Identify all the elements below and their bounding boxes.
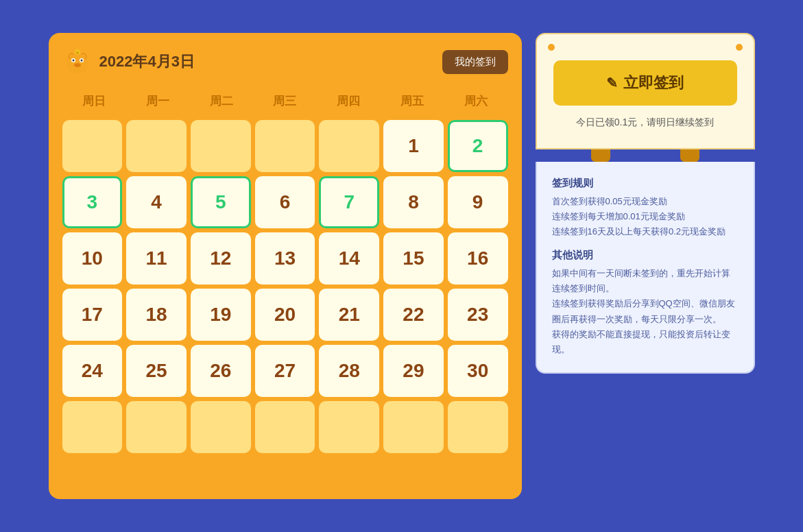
- mascot-icon: ¥: [62, 47, 93, 77]
- day-cell[interactable]: 21: [319, 289, 379, 341]
- rules-section2-text: 如果中间有一天间断未签到的，重先开始计算连续签到时间。连续签到获得奖励后分享到Q…: [552, 266, 739, 357]
- day-cell[interactable]: 27: [255, 345, 315, 397]
- rules-section1-text: 首次签到获得0.05元现金奖励连续签到每天增加0.01元现金奖励连续签到16天及…: [552, 194, 739, 239]
- day-cell[interactable]: 2: [448, 120, 508, 172]
- day-cell: [62, 401, 123, 453]
- svg-point-4: [72, 60, 74, 62]
- day-cell[interactable]: 20: [255, 289, 315, 341]
- day-cell[interactable]: 7: [319, 176, 379, 228]
- day-cell: [319, 401, 379, 453]
- calendar-grid: 1234567891011121314151617181920212223242…: [62, 120, 508, 453]
- day-cell: [319, 120, 379, 172]
- day-cell[interactable]: 17: [62, 289, 123, 341]
- day-cell: [126, 401, 187, 453]
- rules-card: 签到规则 首次签到获得0.05元现金奖励连续签到每天增加0.01元现金奖励连续签…: [536, 162, 755, 374]
- day-cell[interactable]: 10: [62, 232, 123, 285]
- day-cell[interactable]: 12: [191, 232, 251, 285]
- day-cell: [383, 401, 444, 453]
- dot-left: [548, 44, 555, 51]
- svg-point-5: [80, 60, 82, 62]
- day-cell: [255, 120, 315, 172]
- connector-tab-left: [591, 149, 610, 162]
- day-cell: [448, 401, 508, 453]
- svg-point-6: [74, 63, 81, 67]
- rules-section1-title: 签到规则: [552, 177, 739, 190]
- day-cell[interactable]: 18: [126, 289, 187, 341]
- weekday-fri: 周五: [381, 88, 444, 114]
- day-cell[interactable]: 22: [383, 289, 444, 341]
- right-panel: ✎ 立即签到 今日已领0.1元，请明日继续签到 签到规则 首次签到获得0.05元…: [536, 33, 755, 374]
- day-cell[interactable]: 24: [62, 345, 123, 397]
- edit-icon: ✎: [606, 75, 618, 91]
- connector-tab-right: [680, 149, 699, 162]
- day-cell[interactable]: 13: [255, 232, 315, 285]
- signin-now-button[interactable]: ✎ 立即签到: [553, 60, 737, 106]
- day-cell[interactable]: 1: [383, 120, 444, 172]
- day-cell[interactable]: 4: [126, 176, 187, 228]
- day-cell: [191, 120, 251, 172]
- weekday-mon: 周一: [125, 88, 189, 114]
- day-cell[interactable]: 30: [448, 345, 508, 397]
- weekday-thu: 周四: [317, 88, 381, 114]
- day-cell[interactable]: 16: [448, 232, 508, 285]
- day-cell[interactable]: 23: [448, 289, 508, 341]
- calendar-header: ¥ 2022年4月3日 我的签到: [62, 47, 508, 77]
- day-cell: [191, 401, 251, 453]
- day-cell[interactable]: 28: [319, 345, 379, 397]
- day-cell[interactable]: 14: [319, 232, 379, 285]
- weekday-sun: 周日: [62, 88, 126, 114]
- calendar-title: 2022年4月3日: [99, 51, 195, 72]
- signin-now-label: 立即签到: [623, 73, 684, 93]
- day-cell[interactable]: 25: [126, 345, 187, 397]
- day-cell[interactable]: 5: [191, 176, 251, 228]
- rules-section2-title: 其他说明: [552, 249, 739, 262]
- my-signin-button[interactable]: 我的签到: [442, 50, 508, 74]
- day-cell: [62, 120, 123, 172]
- signin-card: ✎ 立即签到 今日已领0.1元，请明日继续签到: [536, 33, 755, 149]
- day-cell[interactable]: 29: [383, 345, 444, 397]
- weekday-tue: 周二: [189, 88, 253, 114]
- day-cell[interactable]: 6: [255, 176, 315, 228]
- signin-status: 今日已领0.1元，请明日继续签到: [553, 117, 737, 132]
- day-cell[interactable]: 19: [191, 289, 251, 341]
- weekday-wed: 周三: [253, 88, 317, 114]
- day-cell[interactable]: 3: [62, 176, 123, 228]
- day-cell: [255, 401, 315, 453]
- day-cell[interactable]: 8: [383, 176, 444, 228]
- dot-right: [736, 44, 743, 51]
- day-cell[interactable]: 9: [448, 176, 508, 228]
- calendar-panel: ¥ 2022年4月3日 我的签到 周日 周一 周二 周三 周四 周五 周六 12…: [49, 33, 522, 499]
- calendar-weekdays: 周日 周一 周二 周三 周四 周五 周六: [62, 88, 508, 114]
- decoration-dots: [537, 44, 754, 51]
- day-cell[interactable]: 26: [191, 345, 251, 397]
- weekday-sat: 周六: [444, 88, 508, 114]
- day-cell: [126, 120, 187, 172]
- calendar-header-left: ¥ 2022年4月3日: [62, 47, 195, 77]
- day-cell[interactable]: 15: [383, 232, 444, 285]
- connector: [536, 149, 755, 162]
- main-container: ¥ 2022年4月3日 我的签到 周日 周一 周二 周三 周四 周五 周六 12…: [49, 33, 755, 499]
- day-cell[interactable]: 11: [126, 232, 187, 285]
